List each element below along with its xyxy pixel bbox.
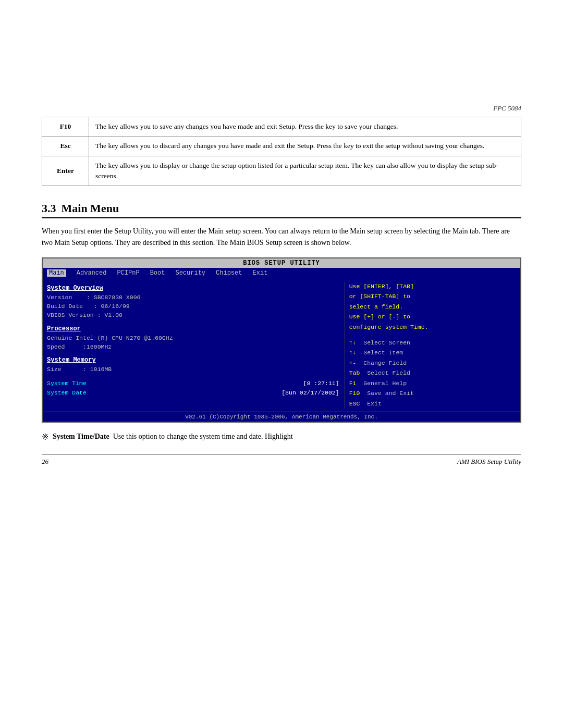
version-line: Version : SBC87830 X006 [47,293,339,302]
legend-desc: General Help [363,380,407,387]
bios-content: System Overview Version : SBC87830 X006 … [43,278,520,412]
bios-menu-item[interactable]: Chipset [216,269,242,277]
key-description: The key allows you to save any changes y… [89,117,521,137]
key-table-row: Enter The key allows you to display or c… [42,156,521,186]
legend-item: ↑↓ Select Item [349,348,516,358]
bios-menu-item[interactable]: Advanced [77,269,107,277]
bullet-note-content: System Time/Date Use this option to chan… [53,431,293,443]
processor-title: Processor [47,325,339,332]
legend-key: Tab [349,369,360,376]
legend-desc: Change Field [363,360,407,366]
key-description: The key allows you to display or change … [89,156,521,186]
tip-block: Use [ENTER], [TAB]or [SHIFT-TAB] toselec… [349,281,516,332]
key-reference-table: F10 The key allows you to save any chang… [42,117,521,186]
bullet-note: ※ System Time/Date Use this option to ch… [42,431,521,443]
bios-screenshot: BIOS SETUP UTILITY MainAdvancedPCIPnPBoo… [42,257,521,423]
legend-item: Tab Select Field [349,368,516,378]
legend-item: ↑↓ Select Screen [349,338,516,348]
tip-line: Use [ENTER], [TAB] [349,281,516,292]
bios-menu-item[interactable]: Exit [252,269,267,277]
legend-key: F1 [349,380,357,387]
footer-right: AMI BIOS Setup Utility [457,458,521,466]
legend-item: ESC Exit [349,399,516,409]
tip-line: or [SHIFT-TAB] to [349,291,516,302]
body-paragraph: When you first enter the Setup Utility, … [42,226,521,249]
key-cell: Enter [42,156,89,186]
legend-key: F10 [349,390,360,397]
key-table-row: F10 The key allows you to save any chang… [42,117,521,137]
legend-desc: Exit [367,400,382,407]
tip-line: Use [+] or [-] to [349,312,516,322]
vbios-line: VBIOS Version : V1.00 [47,311,339,319]
fpc-label: FPC 5084 [493,104,521,113]
tip-line: configure system Time. [349,322,516,332]
bios-footer: v02.61 (C)Copyright 1985-2006, American … [43,412,520,422]
system-overview-title: System Overview [47,285,339,292]
system-time-row: System Time [8 :27:11] [47,379,339,388]
page-footer: 26 AMI BIOS Setup Utility [42,454,521,466]
key-table-row: Esc The key allows you to discard any ch… [42,137,521,156]
legend-desc: Save and Exit [367,390,414,397]
tip-line: select a field. [349,302,516,312]
bios-menu-bar: MainAdvancedPCIPnPBootSecurityChipsetExi… [43,268,520,278]
memory-size-line: Size : 1016MB [47,365,339,374]
bios-left-panel: System Overview Version : SBC87830 X006 … [47,281,339,409]
bullet-symbol: ※ [42,431,48,443]
key-cell: Esc [42,137,89,156]
page-header: FPC 5084 [42,104,521,113]
page-number: 26 [42,458,48,466]
legend-key: ESC [349,400,360,407]
bios-menu-item[interactable]: Main [47,269,66,277]
legend-key: +- [349,360,357,366]
legend-item: +- Change Field [349,358,516,368]
key-cell: F10 [42,117,89,137]
memory-title: System Memory [47,356,339,364]
legend-item: F1 General Help [349,378,516,389]
section-heading: 3.3Main Menu [42,202,521,218]
system-date-row: System Date [Sun 02/17/2002] [47,388,339,397]
cpu-line: Genuine Intel (R) CPU N270 @1.60GHz [47,334,339,342]
bios-right-panel: Use [ENTER], [TAB]or [SHIFT-TAB] toselec… [345,281,516,409]
legend-desc: Select Screen [363,339,410,346]
build-date-line: Build Date : 06/16/09 [47,302,339,311]
key-legend-right: ↑↓ Select Screen↑↓ Select Item+- Change … [349,338,516,409]
bios-menu-item[interactable]: PCIPnP [117,269,139,277]
legend-key: ↑↓ [349,349,357,356]
bios-title-bar: BIOS SETUP UTILITY [43,258,520,268]
legend-desc: Select Field [367,369,410,376]
bios-menu-item[interactable]: Security [175,269,205,277]
legend-desc: Select Item [363,349,403,356]
bios-menu-item[interactable]: Boot [150,269,165,277]
speed-line: Speed :1600MHz [47,342,339,351]
key-description: The key allows you to discard any change… [89,137,521,156]
legend-key: ↑↓ [349,339,357,346]
legend-item: F10 Save and Exit [349,388,516,399]
